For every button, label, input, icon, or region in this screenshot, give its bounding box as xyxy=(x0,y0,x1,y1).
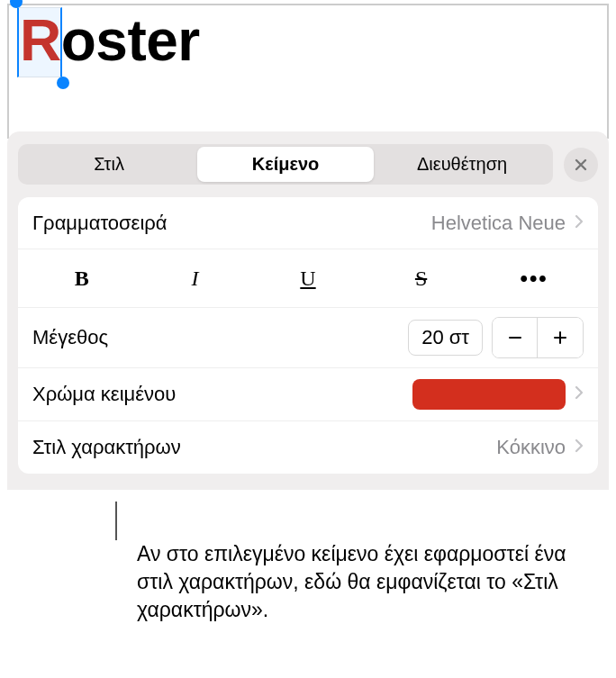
format-panel: Στιλ Κείμενο Διευθέτηση Γραμματοσειρά He… xyxy=(7,131,609,490)
underline-glyph: U xyxy=(300,267,315,290)
underline-button[interactable]: U xyxy=(251,259,365,298)
italic-button[interactable]: I xyxy=(139,259,252,298)
chevron-right-icon xyxy=(575,385,584,403)
document-canvas[interactable]: Roster xyxy=(7,4,609,139)
callout-line xyxy=(115,502,117,540)
size-label: Μέγεθος xyxy=(32,326,399,349)
minus-icon xyxy=(506,329,524,347)
close-button[interactable] xyxy=(564,148,598,182)
more-button[interactable]: ••• xyxy=(477,258,591,298)
panel-header: Στιλ Κείμενο Διευθέτηση xyxy=(18,144,598,185)
text-color-label: Χρώμα κειμένου xyxy=(32,383,412,406)
font-value: Helvetica Neue xyxy=(431,212,566,235)
size-decrease-button[interactable] xyxy=(493,318,538,357)
character-style-row[interactable]: Στιλ χαρακτήρων Κόκκινο xyxy=(18,421,598,474)
tab-segment: Στιλ Κείμενο Διευθέτηση xyxy=(18,144,553,185)
selection-handle-end[interactable] xyxy=(57,77,69,89)
tab-style[interactable]: Στιλ xyxy=(21,147,197,182)
tab-text[interactable]: Κείμενο xyxy=(197,147,374,182)
italic-glyph: I xyxy=(191,267,198,290)
size-stepper xyxy=(492,317,584,358)
bold-button[interactable]: B xyxy=(25,259,139,298)
format-card: Γραμματοσειρά Helvetica Neue B I U S •••… xyxy=(18,197,598,474)
strike-glyph: S xyxy=(415,267,427,290)
strikethrough-button[interactable]: S xyxy=(365,259,478,298)
character-style-label: Στιλ χαρακτήρων xyxy=(32,436,496,459)
tab-arrange[interactable]: Διευθέτηση xyxy=(374,147,550,182)
close-icon xyxy=(574,158,588,172)
font-label: Γραμματοσειρά xyxy=(32,212,431,235)
selected-text[interactable]: Roster xyxy=(20,13,200,69)
chevron-right-icon xyxy=(575,214,584,232)
format-buttons-row: B I U S ••• xyxy=(18,249,598,308)
color-swatch xyxy=(412,379,566,410)
bold-glyph: B xyxy=(75,267,89,290)
chevron-right-icon xyxy=(575,438,584,457)
font-row[interactable]: Γραμματοσειρά Helvetica Neue xyxy=(18,197,598,249)
caption-text: Αν στο επιλεγμένο κείμενο έχει εφαρμοστε… xyxy=(137,540,603,624)
selection-handle-start[interactable] xyxy=(10,0,23,8)
size-value[interactable]: 20 στ xyxy=(408,320,483,356)
text-color-row[interactable]: Χρώμα κειμένου xyxy=(18,368,598,421)
size-increase-button[interactable] xyxy=(538,318,583,357)
selection-box xyxy=(17,7,62,77)
plus-icon xyxy=(551,329,569,347)
title-rest: oster xyxy=(61,8,200,73)
character-style-value: Κόκκινο xyxy=(496,436,566,459)
size-row: Μέγεθος 20 στ xyxy=(18,308,598,368)
